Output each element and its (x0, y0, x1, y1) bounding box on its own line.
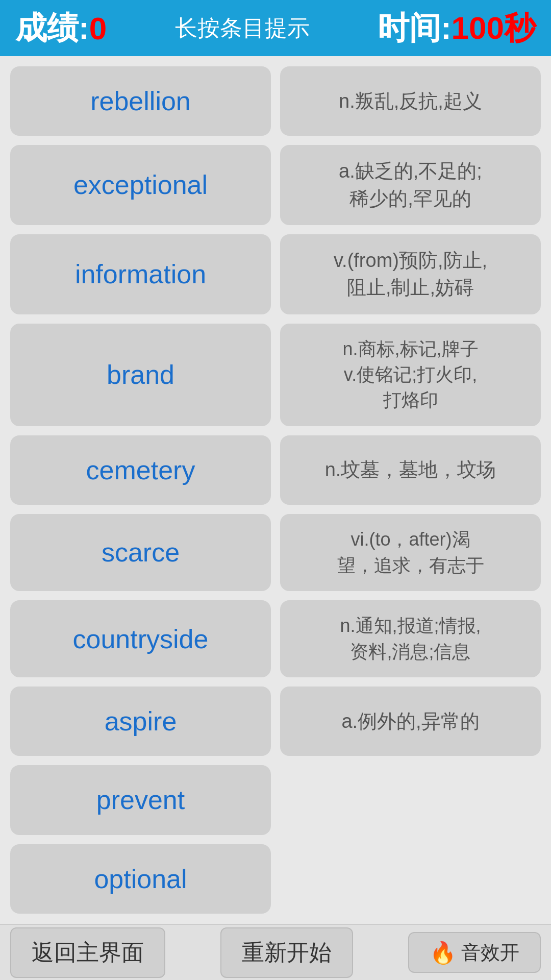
word-countryside[interactable]: countryside (10, 600, 271, 677)
word-prevent[interactable]: prevent (10, 765, 271, 835)
word-information[interactable]: information (10, 234, 271, 314)
restart-button[interactable]: 重新开始 (220, 927, 353, 978)
header: 成绩: 0 长按条目提示 时间: 100秒 (0, 0, 551, 56)
word-cemetery[interactable]: cemetery (10, 435, 271, 505)
def-scarce[interactable]: a.缺乏的,不足的;稀少的,罕见的 (280, 145, 541, 225)
back-button[interactable]: 返回主界面 (10, 927, 165, 978)
def-exceptional[interactable]: a.例外的,异常的 (280, 687, 541, 756)
def-information[interactable]: n.通知,报道;情报,资料,消息;信息 (280, 600, 541, 677)
def-aspire[interactable]: vi.(to，after)渴望，追求，有志于 (280, 514, 541, 591)
time-label: 时间: (378, 7, 452, 50)
word-aspire[interactable]: aspire (10, 687, 271, 756)
def-cemetery[interactable]: n.坟墓，墓地，坟场 (280, 435, 541, 505)
word-brand[interactable]: brand (10, 324, 271, 426)
def-prevent[interactable]: v.(from)预防,防止,阻止,制止,妨碍 (280, 234, 541, 314)
fire-icon: 🔥 (430, 940, 456, 965)
hint-section: 长按条目提示 (175, 13, 310, 43)
footer: 返回主界面 重新开始 🔥 音效开 (0, 924, 551, 980)
word-rebellion[interactable]: rebellion (10, 66, 271, 136)
word-optional[interactable]: optional (10, 844, 271, 914)
word-scarce[interactable]: scarce (10, 514, 271, 591)
time-value: 100秒 (452, 7, 536, 50)
score-value: 0 (89, 10, 107, 46)
def-brand[interactable]: n.商标,标记,牌子v.使铭记;打火印,打烙印 (280, 324, 541, 426)
score-label: 成绩: (15, 7, 89, 50)
main-content: rebellion n.叛乱,反抗,起义 exceptional a.缺乏的,不… (0, 56, 551, 924)
score-section: 成绩: 0 (15, 7, 107, 50)
time-section: 时间: 100秒 (378, 7, 536, 50)
sound-button[interactable]: 🔥 音效开 (408, 932, 541, 973)
word-exceptional[interactable]: exceptional (10, 145, 271, 225)
sound-label: 音效开 (461, 940, 519, 966)
hint-text: 长按条目提示 (175, 15, 310, 40)
def-rebellion[interactable]: n.叛乱,反抗,起义 (280, 66, 541, 136)
